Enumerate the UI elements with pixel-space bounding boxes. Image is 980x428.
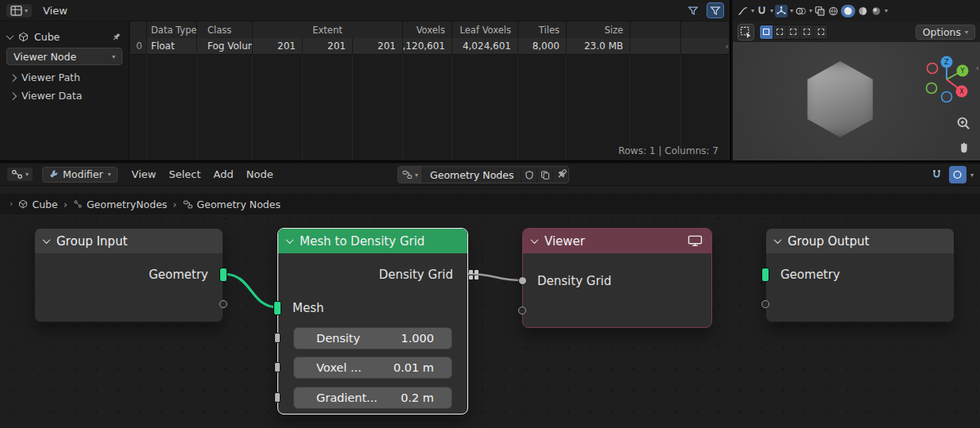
socket-density-input[interactable] (274, 333, 281, 343)
wire-density-grid (468, 274, 523, 280)
node-group-output[interactable]: Group Output Geometry (765, 228, 955, 322)
socket-gradient-input[interactable] (274, 392, 281, 403)
pin-icon[interactable] (556, 168, 568, 179)
viewport-canvas[interactable]: Z Y X ‹ (733, 42, 980, 160)
options-button[interactable]: Options ▾ (916, 25, 975, 40)
socket-geometry-input[interactable] (761, 268, 769, 282)
mode-dropdown[interactable]: Modifier ▾ (42, 167, 118, 183)
editor-type-dropdown[interactable]: ▾ (6, 4, 32, 17)
node-editor-menus: View Select Add Node (127, 167, 278, 182)
mesh-cube-icon (18, 32, 29, 42)
menu-node[interactable]: Node (242, 167, 278, 182)
field-gradient[interactable]: Gradient... 0.2 m (293, 387, 452, 409)
menu-view[interactable]: View (38, 3, 72, 18)
snapping-magnet-icon[interactable] (928, 166, 946, 183)
socket-density-grid-input[interactable] (518, 276, 527, 285)
socket-geometry-output[interactable] (219, 268, 227, 282)
node-canvas[interactable]: › Cube › GeometryNodes › (0, 187, 980, 428)
spreadsheet-editor-icon (10, 6, 22, 16)
menu-select[interactable]: Select (164, 167, 205, 182)
socket-virtual[interactable] (761, 300, 769, 308)
breadcrumb-node-tree[interactable]: Geometry Nodes (183, 199, 281, 210)
select-mode-subtract[interactable] (787, 25, 800, 39)
wrench-icon (48, 169, 59, 179)
duplicate-data-icon[interactable] (536, 167, 552, 183)
sidebar-section-viewer-path[interactable]: Viewer Path (0, 68, 129, 87)
fake-user-shield-icon[interactable] (521, 167, 536, 183)
node-header[interactable]: Group Input (35, 229, 223, 253)
shading-wireframe-icon[interactable] (827, 6, 839, 17)
pin-icon[interactable] (111, 32, 122, 42)
spreadsheet-sidebar: Cube Viewer Node ▾ Viewer Path Viewer Da… (0, 21, 130, 160)
viewer-node-select[interactable]: Viewer Node ▾ (6, 48, 122, 65)
node-header[interactable]: Viewer (523, 229, 711, 253)
chevron-down-icon: ▾ (25, 7, 28, 14)
chevron-down-icon[interactable]: ▾ (970, 172, 974, 179)
collapse-chevron-icon[interactable] (43, 236, 51, 244)
menu-view[interactable]: View (127, 167, 161, 182)
collapse-chevron-icon[interactable] (6, 32, 14, 40)
node-header[interactable]: Group Output (766, 229, 954, 253)
cell-filler (630, 38, 681, 54)
socket-voxel-size-input[interactable] (274, 362, 281, 372)
shading-material-icon[interactable] (857, 6, 869, 17)
chevron-down-icon[interactable]: ▾ (751, 7, 754, 14)
proportional-editing-icon[interactable] (737, 6, 749, 17)
menu-add[interactable]: Add (209, 167, 238, 182)
socket-virtual[interactable] (219, 300, 227, 308)
chevron-down-icon: ▾ (965, 29, 968, 36)
sidebar-section-viewer-data[interactable]: Viewer Data (0, 87, 129, 105)
breadcrumb-modifier[interactable]: GeometryNodes (73, 199, 167, 210)
node-mesh-to-density-grid[interactable]: Mesh to Density Grid Density Grid Mesh D… (277, 228, 468, 415)
node-group-input[interactable]: Group Input Geometry (34, 228, 223, 322)
zoom-icon[interactable] (956, 116, 971, 131)
volume-cube-object[interactable] (801, 61, 879, 137)
filter-toggle-icon[interactable] (707, 3, 723, 17)
shading-solid-button[interactable] (841, 5, 855, 17)
chevron-down-icon[interactable]: ▾ (770, 7, 773, 14)
monitor-icon (688, 235, 703, 247)
row-column-count-status: Rows: 1 | Columns: 7 (618, 145, 719, 156)
browse-node-tree-button[interactable]: ▾ (398, 167, 423, 183)
select-mode-extend[interactable] (773, 25, 787, 39)
pan-hand-icon[interactable] (957, 141, 971, 155)
region-toggle-icon[interactable]: › (10, 200, 13, 208)
socket-mesh-input[interactable] (273, 301, 281, 315)
collapse-chevron-icon[interactable] (531, 236, 539, 244)
node-header[interactable]: Mesh to Density Grid (278, 229, 467, 253)
snapping-magnet-icon[interactable] (756, 6, 768, 17)
region-toggle-icon[interactable]: ‹ (976, 64, 979, 72)
chevron-down-icon[interactable]: ▾ (790, 7, 793, 14)
editor-type-dropdown[interactable]: ▾ (7, 168, 33, 181)
gizmo-toggle-icon[interactable] (775, 5, 788, 17)
collapse-chevron-icon[interactable] (774, 236, 782, 244)
node-tree-name[interactable]: Geometry Nodes (423, 169, 521, 181)
collapse-chevron-icon[interactable] (286, 236, 294, 244)
shading-rendered-icon[interactable] (870, 6, 882, 17)
socket-row-density-grid: Density Grid (523, 272, 711, 291)
active-tool-box-select-icon[interactable] (738, 24, 754, 40)
field-density[interactable]: Density 1.000 (293, 327, 452, 349)
filter-rows-icon[interactable] (685, 3, 701, 17)
node-viewer[interactable]: Viewer Density Grid (522, 228, 712, 328)
chevron-down-icon[interactable]: ▾ (809, 7, 812, 14)
chevron-down-icon[interactable]: ▾ (885, 7, 888, 14)
xray-toggle-icon[interactable] (814, 6, 826, 17)
overlays-toggle-icon[interactable] (949, 166, 966, 183)
sidebar-object-row[interactable]: Cube (0, 27, 129, 46)
field-voxel-size[interactable]: Voxel ... 0.01 m (293, 357, 452, 379)
gizmo-z-label: Z (944, 58, 949, 66)
object-name-label: Cube (34, 31, 106, 43)
socket-density-grid-output[interactable] (469, 270, 473, 274)
breadcrumb-object[interactable]: Cube (18, 199, 57, 210)
expand-chevron-icon[interactable] (9, 92, 17, 100)
select-mode-set[interactable] (760, 25, 773, 39)
select-mode-invert[interactable] (800, 25, 814, 39)
viewport-3d: ▾ ▾ ▾ ▾ (733, 0, 980, 162)
socket-virtual[interactable] (518, 307, 526, 314)
navigation-gizmo[interactable]: Z Y X (920, 53, 973, 106)
region-toggle-icon[interactable]: ‹ (726, 43, 729, 51)
overlays-toggle-icon[interactable] (795, 6, 807, 17)
select-mode-intersect[interactable] (814, 25, 827, 39)
expand-chevron-icon[interactable] (9, 74, 17, 82)
